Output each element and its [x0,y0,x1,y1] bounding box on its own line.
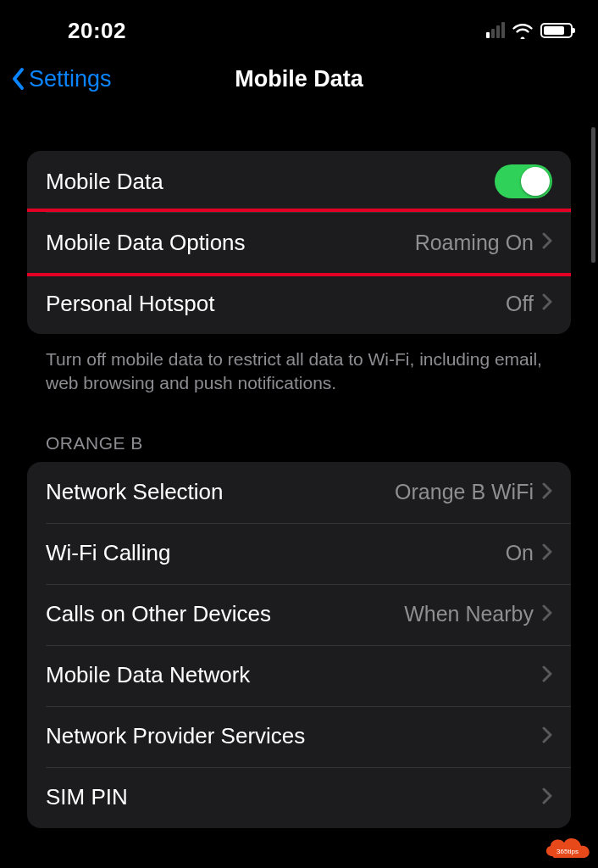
mobile-data-row[interactable]: Mobile Data [27,151,571,212]
network-selection-value: Orange B WiFi [395,480,534,504]
wifi-icon [512,22,534,39]
mobile-data-options-row[interactable]: Mobile Data Options Roaming On [27,212,571,273]
sim-pin-row[interactable]: SIM PIN [27,767,571,828]
status-bar: 20:02 [0,0,598,49]
back-label: Settings [29,66,112,92]
status-time: 20:02 [68,18,126,44]
group-header-carrier: ORANGE B [27,433,571,462]
settings-group-main: Mobile Data Mobile Data Options Roaming … [27,151,571,334]
nav-header: Settings Mobile Data [0,49,598,108]
wifi-calling-value: On [506,541,534,565]
status-indicators [486,22,573,39]
personal-hotspot-row[interactable]: Personal Hotspot Off [27,273,571,334]
calls-other-devices-label: Calls on Other Devices [46,601,271,627]
watermark-logo: 365tips [542,831,595,865]
mobile-data-toggle[interactable] [495,164,552,198]
network-provider-services-label: Network Provider Services [46,723,305,749]
mobile-data-network-label: Mobile Data Network [46,662,250,688]
calls-other-devices-row[interactable]: Calls on Other Devices When Nearby [27,584,571,645]
group-footer-text: Turn off mobile data to restrict all dat… [27,334,571,396]
chevron-right-icon [542,232,552,253]
personal-hotspot-label: Personal Hotspot [46,291,214,317]
wifi-calling-row[interactable]: Wi-Fi Calling On [27,523,571,584]
mobile-data-network-row[interactable]: Mobile Data Network [27,645,571,706]
mobile-data-label: Mobile Data [46,169,163,195]
personal-hotspot-value: Off [506,292,534,316]
svg-text:365tips: 365tips [556,848,579,855]
back-button[interactable]: Settings [10,66,112,92]
cellular-signal-icon [486,23,505,38]
battery-icon [540,23,573,38]
settings-group-carrier: Network Selection Orange B WiFi Wi-Fi Ca… [27,462,571,828]
page-title: Mobile Data [235,66,363,92]
chevron-right-icon [542,604,552,625]
network-provider-services-row[interactable]: Network Provider Services [27,706,571,767]
calls-other-devices-value: When Nearby [404,602,534,626]
chevron-left-icon [10,66,27,92]
chevron-right-icon [542,293,552,314]
sim-pin-label: SIM PIN [46,784,128,810]
scroll-indicator[interactable] [591,127,595,263]
chevron-right-icon [542,665,552,686]
network-selection-label: Network Selection [46,479,224,505]
chevron-right-icon [542,482,552,503]
chevron-right-icon [542,787,552,808]
wifi-calling-label: Wi-Fi Calling [46,540,170,566]
network-selection-row[interactable]: Network Selection Orange B WiFi [27,462,571,523]
chevron-right-icon [542,726,552,747]
chevron-right-icon [542,543,552,564]
mobile-data-options-label: Mobile Data Options [46,230,246,256]
mobile-data-options-value: Roaming On [415,231,534,255]
